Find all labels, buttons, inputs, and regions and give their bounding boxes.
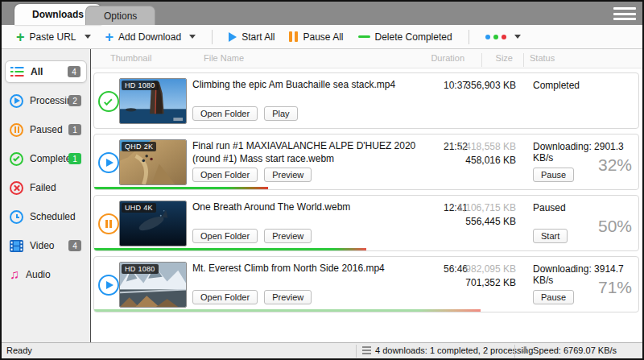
open-folder-button[interactable]: Open Folder	[192, 290, 258, 304]
sidebar-item-paused[interactable]: Paused 1	[5, 118, 87, 141]
quality-badge: HD 1080	[122, 81, 159, 90]
statusbar-divider	[514, 345, 515, 358]
progress-percent: 50%	[598, 217, 632, 236]
sidebar-item-label: Paused	[30, 124, 63, 135]
list-header: Thumbnail File Name Duration Size Status	[91, 49, 642, 68]
progress-bar	[94, 187, 268, 189]
sidebar: All 4 Processing 2 Paused 1 Completed 1	[2, 49, 91, 342]
x-circle-icon	[10, 181, 23, 195]
play-icon	[229, 32, 237, 42]
progress-bar	[94, 248, 366, 250]
count-badge: 1	[68, 124, 81, 135]
video-thumbnail[interactable]: QHD 2K	[119, 139, 187, 185]
size-downloaded-value: 556,445 KB	[424, 216, 516, 227]
tab-strip: Downloads Options	[2, 2, 642, 25]
size-total-value: 982,095 KB	[424, 263, 516, 275]
preview-button[interactable]: Preview	[264, 290, 312, 304]
colored-list-icon	[10, 66, 24, 77]
paste-url-button[interactable]: + Paste URL	[11, 29, 96, 45]
sidebar-item-all[interactable]: All 4	[5, 60, 87, 83]
column-header-file-name[interactable]: File Name	[204, 53, 244, 63]
video-thumbnail[interactable]: UHD 4K	[119, 201, 187, 246]
column-header-status[interactable]: Status	[530, 53, 555, 63]
quality-badge: HD 1080	[122, 264, 159, 274]
chevron-down-icon[interactable]	[85, 35, 91, 39]
status-text: Completed	[533, 80, 635, 91]
start-download-button[interactable]: Start	[533, 229, 568, 243]
tab-options-label: Options	[104, 10, 137, 22]
toolbar-divider	[469, 30, 469, 44]
sidebar-item-label: Video	[30, 240, 54, 251]
video-thumbnail[interactable]: HD 1080	[119, 78, 187, 124]
pause-icon	[289, 31, 298, 42]
size-downloaded-value: 458,016 KB	[424, 155, 516, 166]
pause-circle-icon	[98, 213, 119, 234]
pause-all-button[interactable]: Pause All	[284, 29, 348, 45]
sidebar-item-scheduled[interactable]: Scheduled	[5, 205, 87, 228]
sidebar-item-completed[interactable]: Completed 1	[5, 147, 87, 170]
three-dots-icon	[485, 35, 506, 39]
hamburger-menu-icon[interactable]	[613, 7, 636, 20]
statusbar-divider	[356, 345, 357, 358]
pause-download-button[interactable]: Pause	[533, 290, 574, 304]
minus-icon	[358, 35, 370, 38]
open-folder-button[interactable]: Open Folder	[192, 168, 258, 182]
add-download-label: Add Download	[118, 31, 181, 43]
list-icon	[362, 346, 371, 354]
sidebar-item-label: Audio	[26, 269, 51, 280]
chevron-down-icon[interactable]	[514, 35, 521, 39]
tab-downloads-label: Downloads	[32, 9, 84, 20]
size-total-value: 1,106,715 KB	[424, 202, 516, 213]
sidebar-item-label: Failed	[30, 182, 56, 193]
sidebar-item-processing[interactable]: Processing 2	[5, 89, 87, 112]
download-row[interactable]: HD 1080 Climbing the epic Am Buachaille …	[93, 72, 639, 129]
play-circle-icon	[10, 94, 23, 108]
clock-icon	[10, 210, 23, 224]
pause-all-label: Pause All	[303, 31, 343, 43]
count-badge: 1	[68, 153, 81, 164]
tab-options[interactable]: Options	[85, 6, 155, 25]
plus-icon: +	[105, 31, 114, 43]
rows-container: HD 1080 Climbing the epic Am Buachaille …	[91, 68, 642, 342]
chevron-down-icon[interactable]	[189, 35, 196, 39]
sidebar-item-video[interactable]: Video 4	[5, 234, 87, 257]
sidebar-item-label: All	[31, 66, 43, 77]
open-folder-button[interactable]: Open Folder	[192, 229, 258, 243]
size-downloaded-value: 701,352 KB	[424, 277, 516, 288]
pause-download-button[interactable]: Pause	[533, 168, 574, 182]
status-bar: Ready 4 downloads: 1 completed, 2 proces…	[2, 342, 642, 358]
open-folder-button[interactable]: Open Folder	[192, 106, 258, 121]
quality-badge: QHD 2K	[122, 142, 156, 151]
sidebar-item-label: Scheduled	[30, 211, 76, 222]
preview-button[interactable]: Preview	[264, 229, 312, 243]
count-badge: 4	[68, 66, 80, 77]
sidebar-item-audio[interactable]: ♫ Audio	[5, 263, 87, 286]
column-header-size[interactable]: Size	[421, 53, 513, 63]
more-menu-button[interactable]	[481, 32, 526, 42]
progress-bar	[94, 309, 481, 312]
delete-completed-label: Delete Completed	[375, 31, 452, 43]
download-arrow-icon: ⬇	[521, 346, 529, 355]
status-text: Paused	[533, 202, 635, 213]
downloads-list: Thumbnail File Name Duration Size Status	[91, 49, 642, 342]
download-row[interactable]: HD 1080 Mt. Everest Climb from North Sid…	[93, 256, 639, 312]
add-download-button[interactable]: + Add Download	[101, 29, 201, 45]
toolbar: + Paste URL + Add Download Start All Pau…	[2, 25, 642, 49]
sidebar-item-failed[interactable]: Failed	[5, 176, 87, 199]
progress-percent: 71%	[598, 278, 632, 297]
play-circle-icon	[98, 275, 119, 296]
video-thumbnail[interactable]: HD 1080	[119, 262, 187, 308]
paste-url-label: Paste URL	[30, 31, 76, 43]
app-window: Downloads Options + Paste URL + Add Down…	[0, 0, 644, 360]
download-row[interactable]: UHD 4K One Breath Around The World.webm …	[93, 195, 639, 251]
download-row[interactable]: QHD 2K Final run #1 MAXIAVALANCHE ALPE D…	[93, 134, 639, 190]
preview-button[interactable]: Preview	[264, 168, 312, 182]
play-button[interactable]: Play	[264, 106, 297, 121]
toolbar-divider	[212, 30, 213, 44]
column-header-thumbnail[interactable]: Thumbnail	[110, 53, 151, 63]
start-all-button[interactable]: Start All	[224, 29, 279, 45]
check-circle-icon	[98, 91, 119, 112]
start-all-label: Start All	[242, 31, 275, 43]
play-circle-icon	[98, 152, 119, 173]
delete-completed-button[interactable]: Delete Completed	[353, 29, 457, 45]
